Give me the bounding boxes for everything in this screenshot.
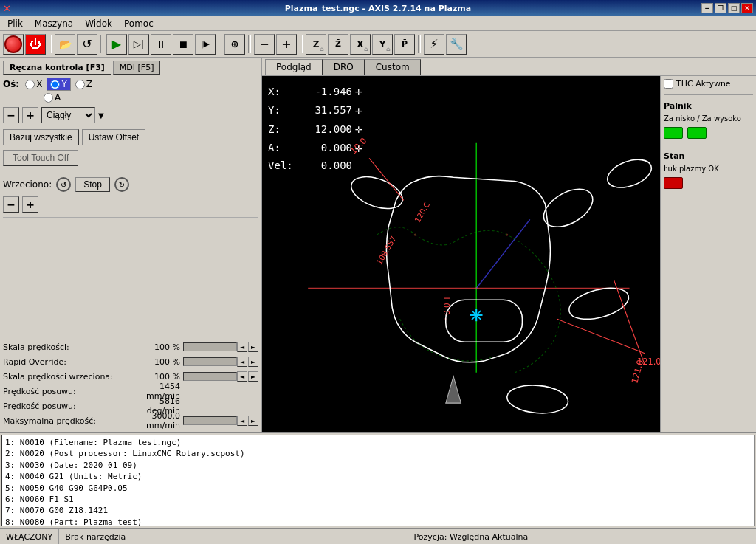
arc-ok-label: Łuk plazmy OK [664, 165, 753, 173]
jog-plus-btn[interactable]: + [22, 107, 38, 123]
mdi-tab[interactable]: MDI [F5] [113, 61, 161, 75]
stop-program-btn[interactable]: ⏹ [173, 34, 193, 55]
svg-text:120.C: 120.C [413, 200, 432, 224]
pause-btn[interactable]: ⏸ [151, 34, 171, 55]
jog-mode-select[interactable]: Ciągły Krokowy [41, 107, 95, 123]
gcode-line-8: 8: N0080 (Part: Plazma_test) [5, 517, 751, 526]
tool-touch-btn[interactable]: Tool Touch Off [3, 150, 78, 166]
axis-y-radio[interactable] [50, 80, 60, 89]
minimize-btn[interactable]: − [701, 3, 713, 13]
maximize-btn[interactable]: □ [728, 3, 740, 13]
spindle-plus-btn[interactable]: + [22, 196, 38, 213]
jog-minus-btn[interactable]: − [3, 107, 19, 123]
feed-rate-row: Prędkość posuwu: 1454 mm/min [3, 385, 258, 398]
tab-custom[interactable]: Custom [365, 59, 421, 75]
axis-z-option[interactable]: Z [75, 79, 92, 89]
step-btn[interactable]: |▶ [195, 34, 216, 55]
stop-btn[interactable]: Stop [75, 177, 110, 192]
axis-z-radio[interactable] [75, 80, 85, 89]
viewport[interactable]: 10.0 121.0 121.0 108.557 120.C [262, 76, 660, 432]
rapid-override-arrows: ◄ ► [237, 357, 258, 367]
zoom-in-btn[interactable]: + [276, 34, 297, 55]
estop-btn[interactable] [3, 34, 24, 55]
axis-x-option[interactable]: X [25, 79, 42, 89]
max-speed-dec[interactable]: ◄ [237, 416, 247, 426]
tool-btn[interactable]: 🔧 [446, 34, 467, 55]
divider-2 [3, 217, 258, 218]
axis-a-option[interactable]: A [44, 92, 61, 103]
spindle-speed-dec[interactable]: ◄ [237, 371, 247, 382]
manual-tab[interactable]: Ręczna kontrola [F3] [3, 61, 111, 75]
burner-leds-row [664, 127, 753, 139]
touch-off-btn[interactable]: ⊕ [224, 34, 245, 55]
menu-widok[interactable]: Widok [80, 17, 117, 30]
zoom-out-btn[interactable]: − [254, 34, 275, 55]
burner-green-led2 [687, 127, 707, 139]
gcode-text[interactable]: 1: N0010 (Filename: Plazma_test.ngc) 2: … [1, 435, 755, 526]
rapid-override-slider[interactable] [183, 357, 237, 366]
menu-maszyna[interactable]: Maszyna [30, 17, 78, 30]
run-from-line-btn[interactable]: ▷| [128, 34, 149, 55]
axis-x-radio[interactable] [25, 80, 35, 89]
dimensions: 10.0 121.0 121.0 108.557 120.C [348, 136, 660, 385]
max-speed-label: Maksymalna prędkość: [3, 416, 140, 426]
spindle-speed-inc[interactable]: ► [248, 371, 258, 382]
gcode-line-3: 3: N0030 (Date: 2020-01-09) [5, 460, 751, 471]
menu-plik[interactable]: Plik [3, 17, 27, 30]
thc-checkbox[interactable] [664, 79, 673, 89]
spindle-cw-icon: ↻ [114, 177, 129, 192]
thc-label: THC Aktywne [676, 79, 731, 89]
gcode-line-2: 2: N0020 (Post processor: LinuxCNC_Rotar… [5, 448, 751, 459]
arc-ok-red-led [664, 177, 683, 189]
rp-sep-2 [664, 145, 753, 145]
tb-sep-4 [248, 35, 251, 53]
menu-pomoc[interactable]: Pomoc [120, 17, 158, 30]
p-btn[interactable]: P̄ [394, 34, 415, 55]
dro-x-cross: ✛ [355, 82, 362, 101]
max-speed-slider[interactable] [183, 416, 237, 425]
tab-dro[interactable]: DRO [323, 59, 365, 75]
spindle-speed-row: Skala prędkości wrzeciona: 100 % ◄ ► [3, 370, 258, 383]
home-y-btn[interactable]: Y⌂ [372, 34, 393, 55]
burner-section: Palnik Za nisko / Za wysoko [664, 101, 753, 139]
plasma-btn[interactable]: ⚡ [424, 34, 444, 55]
axis-y-option[interactable]: Y [47, 78, 70, 91]
rapid-override-dec[interactable]: ◄ [237, 357, 247, 367]
rapid-override-inc[interactable]: ► [248, 357, 258, 367]
z-override-btn[interactable]: Z̄ [328, 34, 348, 55]
restore-btn[interactable]: ❐ [715, 3, 726, 13]
open-file-btn[interactable]: 📂 [55, 34, 75, 55]
run-btn[interactable]: ▶ [106, 34, 127, 55]
spindle-label: Wrzeciono: [3, 179, 52, 190]
dro-vel-row: Vel: 0.000 [268, 157, 362, 173]
power-btn[interactable]: ⏻ [25, 34, 46, 55]
reload-btn[interactable]: ↺ [77, 34, 97, 55]
status-bar: WŁĄCZONY Brak narzędzia Pozycja: Względn… [0, 528, 756, 544]
set-offset-btn[interactable]: Ustaw Offset [82, 129, 145, 145]
axis-a-radio[interactable] [44, 93, 53, 103]
max-speed-value: 3000.0 mm/min [140, 411, 180, 430]
home-x-btn[interactable]: X⌂ [350, 34, 371, 55]
tab-preview[interactable]: Podgląd [265, 59, 323, 75]
toolbar: ⏻ 📂 ↺ ▶ ▷| ⏸ ⏹ |▶ ⊕ − + Z⌂ Z̄ X⌂ Y⌂ P̄ ⚡… [0, 31, 756, 58]
speed-scale-slider[interactable] [183, 342, 237, 351]
tool-touch-row: Tool Touch Off [3, 150, 258, 166]
dro-z-cross: ✛ [355, 120, 362, 139]
rapid-override-row: Rapid Override: 100 % ◄ ► [3, 355, 258, 368]
base-all-btn[interactable]: Bazuj wszystkie [3, 129, 79, 145]
rp-sep-1 [664, 94, 753, 95]
spindle-minus-btn[interactable]: − [3, 196, 19, 213]
view-tabs: Podgląd DRO Custom [262, 58, 756, 76]
close-btn[interactable]: ✕ [741, 3, 753, 13]
home-z-btn[interactable]: Z⌂ [306, 34, 326, 55]
axis-row: Oś: X Y Z [3, 78, 258, 91]
status-led-row [664, 177, 753, 189]
status-section: Stan Łuk plazmy OK [664, 151, 753, 189]
rapid-override-value: 100 % [140, 357, 180, 367]
action-btn-row: Bazuj wszystkie Ustaw Offset [3, 129, 258, 145]
speed-scale-dec[interactable]: ◄ [237, 342, 247, 352]
speed-scale-inc[interactable]: ► [248, 342, 258, 352]
too-low-label: Za nisko / Za wysoko [664, 114, 753, 123]
max-speed-inc[interactable]: ► [248, 416, 258, 426]
spindle-speed-slider[interactable] [183, 372, 237, 381]
